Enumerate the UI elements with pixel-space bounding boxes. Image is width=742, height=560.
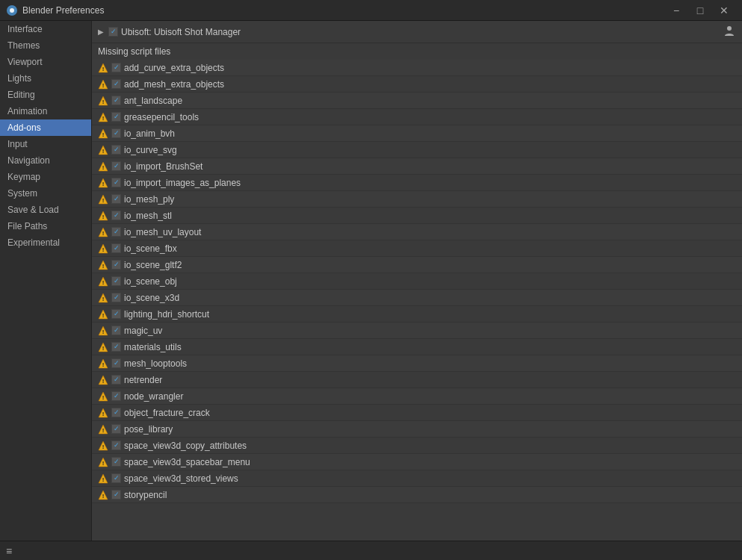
warning-icon: ! (98, 375, 108, 385)
maximize-button[interactable]: □ (688, 0, 712, 21)
script-checkbox[interactable] (111, 161, 121, 171)
warning-icon: ! (98, 276, 108, 287)
sidebar-item-navigation[interactable]: Navigation (0, 152, 91, 169)
script-checkbox[interactable] (111, 473, 121, 483)
script-checkbox[interactable] (111, 391, 121, 401)
sidebar-item-editing[interactable]: Editing (0, 87, 91, 103)
sidebar-item-input[interactable]: Input (0, 136, 91, 152)
script-checkbox[interactable] (111, 63, 121, 72)
script-name-label: io_scene_gltf2 (124, 260, 182, 270)
sidebar-item-lights[interactable]: Lights (0, 70, 91, 87)
warning-icon: ! (98, 79, 108, 90)
svg-text:!: ! (102, 197, 105, 204)
sidebar-item-add-ons[interactable]: Add-ons (0, 119, 91, 136)
script-row: !node_wrangler (92, 388, 742, 405)
script-checkbox[interactable] (111, 276, 121, 286)
sidebar-item-animation[interactable]: Animation (0, 103, 91, 119)
svg-text:!: ! (102, 214, 105, 220)
warning-icon: ! (98, 424, 108, 435)
minimize-button[interactable]: − (664, 0, 688, 21)
warning-icon: ! (98, 211, 108, 221)
menu-icon[interactable]: ≡ (6, 545, 12, 557)
warning-icon: ! (98, 227, 108, 237)
svg-text:!: ! (102, 279, 105, 286)
script-name-label: materials_utils (124, 342, 182, 352)
user-icon[interactable] (723, 24, 736, 37)
sidebar-item-themes[interactable]: Themes (0, 37, 91, 54)
script-checkbox[interactable] (111, 424, 121, 434)
script-name-label: node_wrangler (124, 391, 183, 402)
script-checkbox[interactable] (111, 112, 121, 122)
close-button[interactable]: ✕ (712, 0, 736, 21)
script-row: !io_scene_x3d (92, 290, 742, 306)
sidebar-item-file-paths[interactable]: File Paths (0, 218, 91, 234)
main-layout: InterfaceThemesViewportLightsEditingAnim… (0, 21, 742, 541)
svg-text:!: ! (102, 411, 105, 417)
sidebar-item-keymap[interactable]: Keymap (0, 169, 91, 185)
warning-icon: ! (98, 457, 108, 467)
script-name-label: netrender (124, 375, 162, 385)
svg-text:!: ! (102, 99, 105, 105)
script-checkbox[interactable] (111, 243, 121, 253)
script-name-label: space_view3d_copy_attributes (124, 441, 247, 451)
script-checkbox[interactable] (111, 145, 121, 155)
script-checkbox[interactable] (111, 178, 121, 187)
script-row: !io_scene_gltf2 (92, 257, 742, 273)
warning-icon: ! (98, 309, 108, 320)
script-checkbox[interactable] (111, 457, 121, 467)
script-checkbox[interactable] (111, 79, 121, 89)
titlebar: Blender Preferences − □ ✕ (0, 0, 742, 21)
sidebar-item-save-load[interactable]: Save & Load (0, 202, 91, 218)
window-title: Blender Preferences (22, 5, 104, 16)
svg-text:!: ! (102, 115, 105, 122)
script-checkbox[interactable] (111, 309, 121, 319)
sidebar-item-system[interactable]: System (0, 185, 91, 202)
svg-text:!: ! (102, 148, 105, 155)
script-checkbox[interactable] (111, 326, 121, 335)
svg-text:!: ! (102, 230, 105, 237)
warning-icon: ! (98, 293, 108, 303)
script-row: !io_mesh_uv_layout (92, 224, 742, 240)
script-checkbox[interactable] (111, 211, 121, 220)
script-name-label: io_mesh_ply (124, 194, 174, 205)
script-checkbox[interactable] (111, 96, 121, 105)
script-checkbox[interactable] (111, 227, 121, 237)
script-row: !io_scene_fbx (92, 240, 742, 257)
script-checkbox[interactable] (111, 358, 121, 368)
script-row: !io_scene_obj (92, 273, 742, 290)
svg-text:!: ! (102, 476, 105, 483)
script-checkbox[interactable] (111, 293, 121, 302)
script-row: !storypencil (92, 487, 742, 503)
script-row: !io_import_images_as_planes (92, 175, 742, 191)
warning-icon: ! (98, 342, 108, 352)
warning-icon: ! (98, 490, 108, 500)
titlebar-controls: − □ ✕ (664, 0, 736, 21)
script-name-label: pose_library (124, 424, 173, 435)
script-checkbox[interactable] (111, 128, 121, 138)
warning-icon: ! (98, 260, 108, 270)
script-name-label: io_curve_svg (124, 145, 177, 155)
sidebar-item-experimental[interactable]: Experimental (0, 234, 91, 251)
svg-text:!: ! (102, 312, 105, 319)
script-checkbox[interactable] (111, 342, 121, 352)
script-checkbox[interactable] (111, 260, 121, 270)
sidebar-item-interface[interactable]: Interface (0, 21, 91, 37)
script-checkbox[interactable] (111, 441, 121, 450)
script-name-label: mesh_looptools (124, 358, 187, 369)
script-name-label: io_mesh_uv_layout (124, 227, 201, 237)
ubisoft-checkbox[interactable] (108, 27, 118, 37)
script-name-label: greasepencil_tools (124, 112, 199, 122)
expand-arrow-icon[interactable]: ▶ (98, 28, 104, 36)
warning-icon: ! (98, 243, 108, 254)
script-checkbox[interactable] (111, 375, 121, 385)
script-name-label: io_import_images_as_planes (124, 178, 241, 188)
script-checkbox[interactable] (111, 408, 121, 417)
user-icon-area (723, 24, 736, 40)
script-name-label: lighting_hdri_shortcut (124, 309, 209, 320)
sidebar-item-viewport[interactable]: Viewport (0, 54, 91, 70)
script-row: !pose_library (92, 421, 742, 438)
script-checkbox[interactable] (111, 194, 121, 204)
script-name-label: io_scene_obj (124, 276, 177, 287)
script-checkbox[interactable] (111, 490, 121, 500)
script-row: !mesh_looptools (92, 355, 742, 372)
